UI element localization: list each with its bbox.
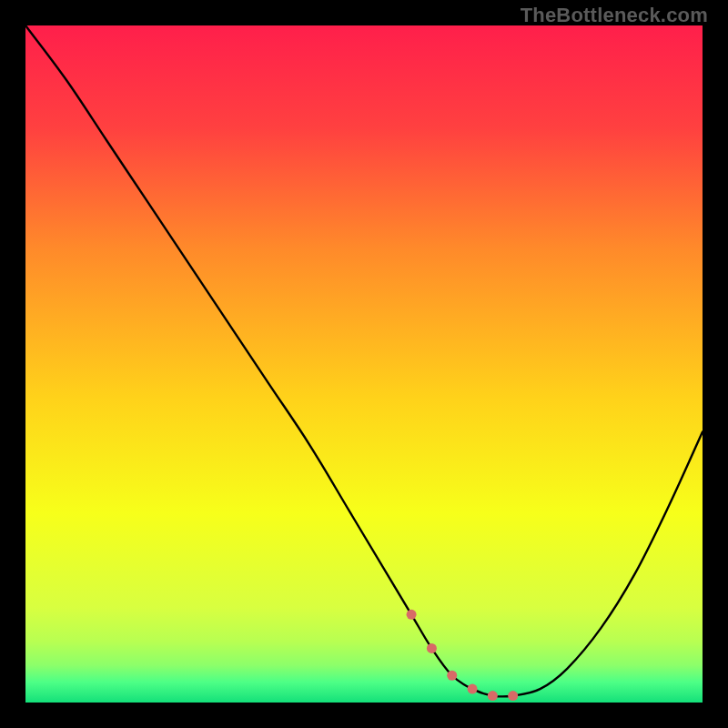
marker-dot [488,691,498,701]
bottleneck-chart [0,0,728,728]
marker-dot [407,610,417,620]
chart-frame: TheBottleneck.com [0,0,728,728]
watermark-label: TheBottleneck.com [521,4,708,27]
marker-dot [508,691,518,701]
marker-dot [468,684,478,694]
plot-background [25,25,703,703]
marker-dot [427,643,437,653]
marker-dot [447,671,457,681]
